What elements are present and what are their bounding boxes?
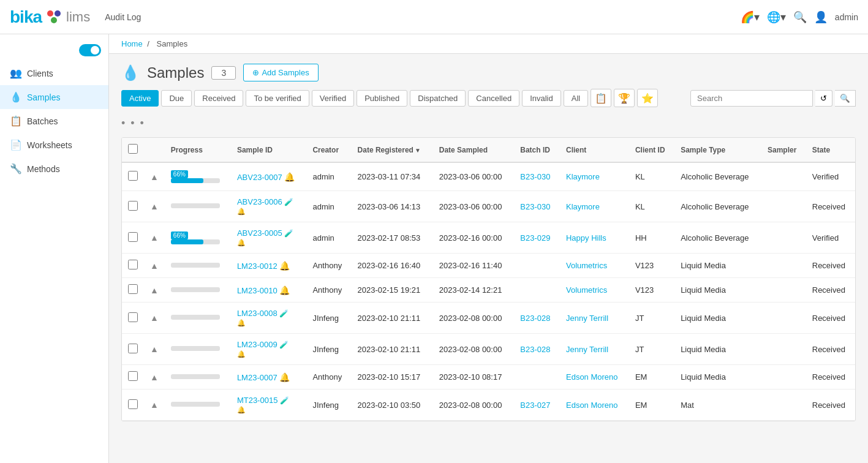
sample-id-link[interactable]: ABV23-0006 [237, 197, 282, 206]
filter-dispatched[interactable]: Dispatched [410, 90, 466, 107]
sidebar-toggle[interactable] [79, 44, 101, 56]
client-link[interactable]: Klaymore [566, 202, 600, 211]
filter-icon-btn-2[interactable]: 🏆 [614, 89, 635, 107]
select-all-checkbox[interactable] [128, 144, 138, 154]
sample-icons: 🔔 [284, 173, 295, 182]
creator-cell: admin [306, 162, 351, 191]
row-checkbox[interactable] [128, 171, 138, 181]
row-checkbox[interactable] [128, 260, 138, 269]
sample-id-link[interactable]: MT23-0015 [237, 396, 277, 405]
batch-id-link[interactable]: B23-030 [520, 172, 550, 181]
col-header-sample-id[interactable]: Sample ID [231, 138, 307, 162]
client-link[interactable]: Happy Hills [566, 233, 606, 243]
sidebar-item-methods[interactable]: 🔧 Methods [0, 157, 108, 181]
sidebar-item-samples[interactable]: 💧 Samples [0, 85, 108, 109]
add-samples-button[interactable]: ⊕ Add Samples [243, 64, 318, 81]
worksheets-icon: 📄 [10, 139, 22, 151]
filter-all[interactable]: All [564, 90, 588, 107]
alarm-icon: 🔔 [279, 261, 290, 271]
row-checkbox[interactable] [128, 399, 138, 409]
batch-id-link[interactable]: B23-028 [520, 345, 550, 354]
sidebar-item-batches[interactable]: 📋 Batches [0, 109, 108, 133]
audit-log-link[interactable]: Audit Log [105, 12, 141, 22]
client-link[interactable]: Volumetrics [566, 285, 607, 295]
filter-received[interactable]: Received [194, 90, 243, 107]
search-input[interactable] [690, 90, 813, 107]
date-registered-cell: 2023-02-10 21:11 [352, 303, 433, 334]
row-checkbox[interactable] [128, 284, 138, 294]
filter-verified[interactable]: Verified [312, 90, 354, 107]
sample-id-link[interactable]: LM23-0007 [237, 373, 277, 382]
admin-button[interactable]: admin [835, 12, 858, 22]
search-reset-button[interactable]: ↺ [815, 90, 832, 107]
expand-arrow[interactable]: ▲ [150, 285, 159, 295]
filter-active[interactable]: Active [121, 90, 159, 107]
count-input[interactable] [211, 66, 236, 80]
client-link[interactable]: Edson Moreno [566, 372, 618, 382]
more-dots-button[interactable]: • • • [121, 117, 145, 129]
expand-arrow[interactable]: ▲ [150, 313, 159, 323]
sidebar-item-clients[interactable]: 👥 Clients [0, 61, 108, 85]
expand-arrow[interactable]: ▲ [150, 261, 159, 271]
filter-due[interactable]: Due [161, 90, 192, 107]
filter-cancelled[interactable]: Cancelled [468, 90, 519, 107]
sidebar-item-worksheets[interactable]: 📄 Worksheets [0, 133, 108, 157]
svg-point-2 [51, 17, 57, 23]
col-header-sampler: Sampler [761, 138, 806, 162]
sample-id-link[interactable]: LM23-0008 [237, 309, 277, 318]
globe-icon[interactable]: 🌐▾ [767, 10, 786, 24]
col-header-batch-id: Batch ID [514, 138, 560, 162]
sample-id-link[interactable]: LM23-0009 [237, 340, 277, 349]
sample-type-cell: Liquid Media [674, 303, 761, 334]
batch-id-link[interactable]: B23-027 [520, 401, 550, 410]
search-icon[interactable]: 🔍 [793, 10, 807, 24]
client-link[interactable]: Klaymore [566, 172, 600, 181]
filter-published[interactable]: Published [357, 90, 407, 107]
expand-arrow[interactable]: ▲ [150, 201, 159, 211]
date-registered-cell: 2023-02-10 15:17 [352, 365, 433, 390]
breadcrumb-home[interactable]: Home [121, 39, 143, 48]
batch-id-link[interactable]: B23-028 [520, 314, 550, 323]
batch-id-link[interactable]: B23-030 [520, 202, 550, 211]
batch-id-link[interactable]: B23-029 [520, 233, 550, 243]
filter-icon-btn-3[interactable]: ⭐ [637, 89, 658, 107]
row-checkbox[interactable] [128, 344, 138, 353]
date-registered-cell: 2023-02-16 16:40 [352, 254, 433, 278]
expand-arrow[interactable]: ▲ [150, 233, 159, 243]
row-checkbox[interactable] [128, 232, 138, 242]
expand-arrow[interactable]: ▲ [150, 372, 159, 382]
client-id-cell: EM [629, 390, 674, 421]
sample-id-link[interactable]: ABV23-0007 [237, 173, 282, 182]
search-area: ↺ 🔍 [690, 90, 856, 107]
filter-to-be-verified[interactable]: To be verified [246, 90, 309, 107]
sampler-cell [761, 162, 806, 191]
flag-icon[interactable]: 🌈▾ [741, 10, 760, 24]
expand-arrow[interactable]: ▲ [150, 344, 159, 354]
sample-id-link[interactable]: ABV23-0005 [237, 228, 282, 238]
expand-arrow[interactable]: ▲ [150, 172, 159, 182]
row-checkbox[interactable] [128, 371, 138, 381]
client-link[interactable]: Jenny Terrill [566, 314, 608, 323]
row-checkbox[interactable] [128, 201, 138, 211]
user-icon[interactable]: 👤 [814, 10, 828, 24]
col-header-date-registered[interactable]: Date Registered▼ [352, 138, 433, 162]
date-registered-cell: 2023-02-10 03:50 [352, 390, 433, 421]
client-link[interactable]: Edson Moreno [566, 401, 618, 410]
alarm-small-icon: 🔔 [237, 350, 246, 358]
expand-arrow[interactable]: ▲ [150, 400, 159, 410]
row-checkbox[interactable] [128, 312, 138, 322]
filter-invalid[interactable]: Invalid [522, 90, 561, 107]
client-link[interactable]: Jenny Terrill [566, 345, 608, 354]
search-submit-button[interactable]: 🔍 [835, 90, 856, 107]
sample-id-link[interactable]: LM23-0012 [237, 262, 277, 271]
client-link[interactable]: Volumetrics [566, 261, 607, 270]
filter-icon-btn-1[interactable]: 📋 [591, 89, 611, 107]
sample-icon: 🧪 [284, 229, 293, 238]
sample-id-link[interactable]: LM23-0010 [237, 286, 277, 295]
creator-cell: admin [306, 191, 351, 222]
sample-icon: 🧪 [279, 309, 289, 318]
batch-id-cell: B23-027 [514, 390, 560, 421]
col-header-progress: Progress [165, 138, 231, 162]
sample-type-cell: Liquid Media [674, 334, 761, 365]
sampler-cell [761, 334, 806, 365]
